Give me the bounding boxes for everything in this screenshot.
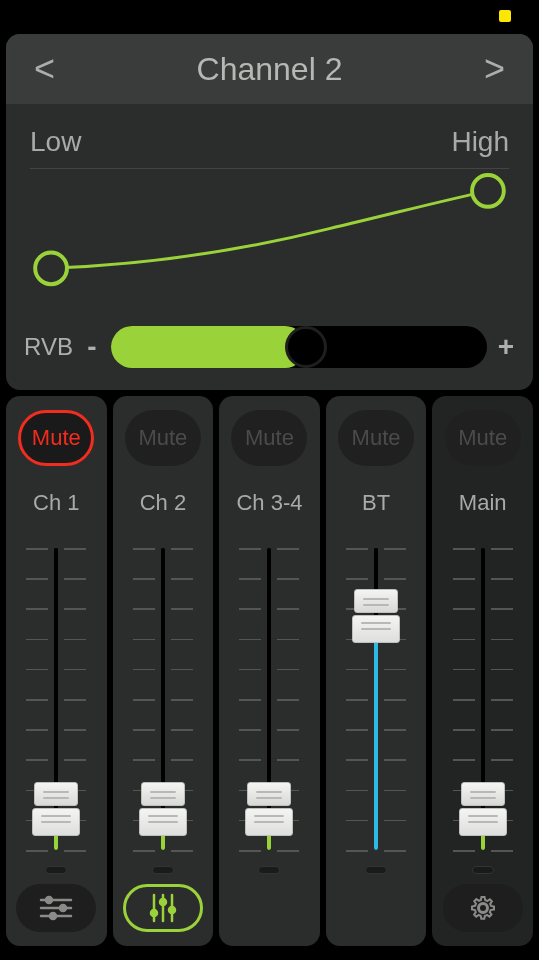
signal-led-icon bbox=[258, 866, 280, 874]
mute-button[interactable]: Mute bbox=[231, 410, 307, 466]
mixer: MuteCh 1MuteCh 2MuteCh 3-4MuteBTMuteMain bbox=[0, 396, 539, 952]
fader[interactable] bbox=[346, 544, 406, 854]
reverb-increase-button[interactable]: + bbox=[497, 331, 515, 363]
svg-point-7 bbox=[151, 910, 157, 916]
channel-strip-bt: MuteBT bbox=[326, 396, 427, 946]
channel-label: Ch 1 bbox=[33, 490, 79, 516]
eq-low-handle[interactable] bbox=[35, 252, 67, 284]
reverb-row: RVB - + bbox=[6, 308, 533, 382]
svg-point-9 bbox=[160, 899, 166, 905]
mute-button[interactable]: Mute bbox=[125, 410, 201, 466]
eq-settings-button[interactable] bbox=[16, 884, 96, 932]
signal-led-icon bbox=[45, 866, 67, 874]
eq-chart[interactable] bbox=[30, 168, 509, 308]
channel-strip-main: MuteMain bbox=[432, 396, 533, 946]
channel-label: Ch 3-4 bbox=[236, 490, 302, 516]
reverb-slider[interactable] bbox=[111, 326, 487, 368]
gear-icon bbox=[468, 893, 498, 923]
channel-title: Channel 2 bbox=[197, 51, 343, 88]
svg-point-1 bbox=[46, 897, 52, 903]
sliders-horizontal-icon bbox=[39, 895, 73, 921]
svg-point-11 bbox=[169, 907, 175, 913]
fader[interactable] bbox=[453, 544, 513, 854]
next-channel-button[interactable]: > bbox=[484, 48, 505, 90]
channel-label: Main bbox=[459, 490, 507, 516]
channel-fx-button[interactable] bbox=[123, 884, 203, 932]
eq-high-label: High bbox=[451, 126, 509, 158]
status-bar bbox=[0, 0, 539, 30]
mute-button[interactable]: Mute bbox=[338, 410, 414, 466]
eq-labels: Low High bbox=[6, 104, 533, 168]
mute-button[interactable]: Mute bbox=[445, 410, 521, 466]
eq-high-handle[interactable] bbox=[472, 175, 504, 207]
fader-thumb[interactable] bbox=[32, 782, 80, 836]
signal-led-icon bbox=[365, 866, 387, 874]
channel-strip-ch3-4: MuteCh 3-4 bbox=[219, 396, 320, 946]
reverb-label: RVB bbox=[24, 333, 73, 361]
reverb-decrease-button[interactable]: - bbox=[83, 331, 101, 363]
fader-thumb[interactable] bbox=[459, 782, 507, 836]
sliders-vertical-icon bbox=[146, 893, 180, 923]
fader-thumb[interactable] bbox=[245, 782, 293, 836]
channel-strip-ch2: MuteCh 2 bbox=[113, 396, 214, 946]
mute-button[interactable]: Mute bbox=[18, 410, 94, 466]
signal-led-icon bbox=[472, 866, 494, 874]
fader[interactable] bbox=[26, 544, 86, 854]
signal-led-icon bbox=[152, 866, 174, 874]
fader[interactable] bbox=[133, 544, 193, 854]
eq-low-label: Low bbox=[30, 126, 81, 158]
fader[interactable] bbox=[239, 544, 299, 854]
channel-panel: < Channel 2 > Low High RVB - + bbox=[6, 34, 533, 390]
channel-header: < Channel 2 > bbox=[6, 34, 533, 104]
channel-label: BT bbox=[362, 490, 390, 516]
reverb-thumb[interactable] bbox=[285, 326, 327, 368]
svg-point-3 bbox=[60, 905, 66, 911]
eq-handles bbox=[30, 169, 509, 308]
settings-button[interactable] bbox=[443, 884, 523, 932]
fader-thumb[interactable] bbox=[352, 589, 400, 643]
svg-point-5 bbox=[50, 913, 56, 919]
fader-thumb[interactable] bbox=[139, 782, 187, 836]
prev-channel-button[interactable]: < bbox=[34, 48, 55, 90]
channel-label: Ch 2 bbox=[140, 490, 186, 516]
channel-strip-ch1: MuteCh 1 bbox=[6, 396, 107, 946]
status-indicator-icon bbox=[499, 10, 511, 22]
